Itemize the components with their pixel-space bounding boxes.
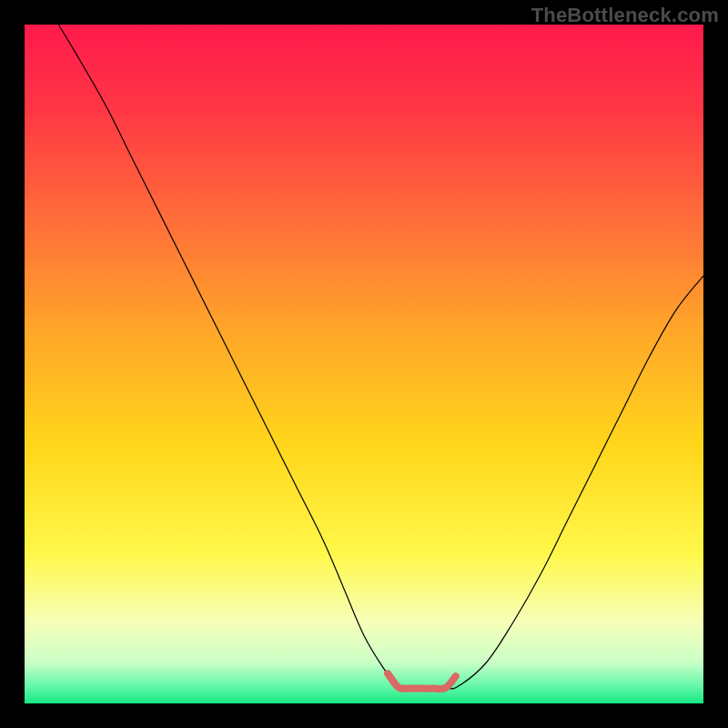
watermark-label: TheBottleneck.com xyxy=(531,4,719,27)
chart-frame: TheBottleneck.com xyxy=(0,0,728,728)
plot-area xyxy=(25,25,703,703)
gradient-background xyxy=(25,25,703,703)
bottleneck-chart xyxy=(25,25,703,703)
